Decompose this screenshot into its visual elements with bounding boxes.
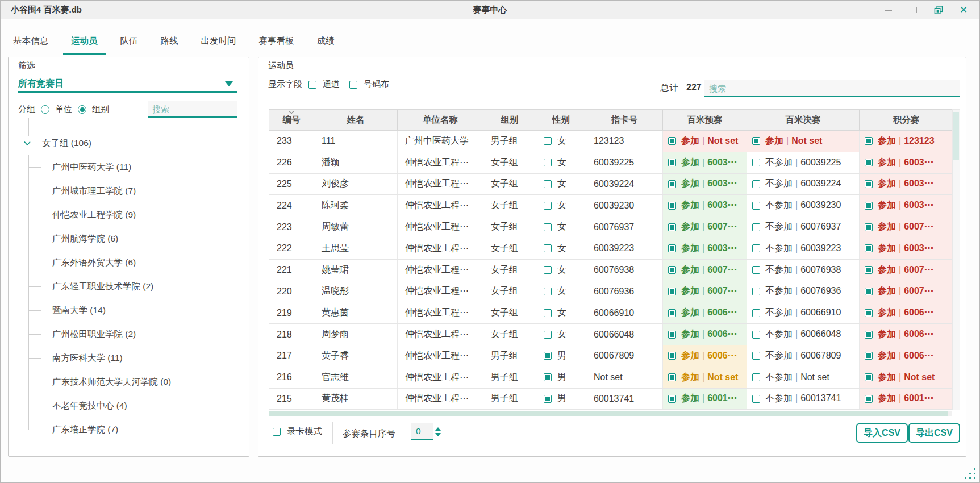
gender-checkbox[interactable] <box>544 288 552 295</box>
entry-serial-stepper[interactable]: 0 <box>411 423 443 440</box>
cell-points-race[interactable]: 参加|6003⋯ <box>860 195 953 216</box>
participate-checkbox[interactable] <box>668 159 676 166</box>
tab-athletes[interactable]: 运动员 <box>63 30 106 55</box>
participate-checkbox[interactable] <box>752 202 760 210</box>
participate-checkbox[interactable] <box>865 180 873 188</box>
resize-grip[interactable] <box>965 468 975 479</box>
column-header-7[interactable]: 百米决赛 <box>747 110 860 130</box>
cell-100m-final[interactable]: 不参加|60039224 <box>747 174 860 195</box>
gender-checkbox[interactable] <box>544 202 552 210</box>
tree-item-unit[interactable]: 广州城市理工学院 (7) <box>28 184 136 198</box>
participate-checkbox[interactable] <box>865 244 873 252</box>
cell-100m-prelim[interactable]: 参加|6006⋯ <box>663 324 747 345</box>
tree-item-unit[interactable]: 暨南大学 (14) <box>28 303 106 317</box>
cell-points-race[interactable]: 参加|6006⋯ <box>860 345 953 367</box>
participate-checkbox[interactable] <box>752 266 760 274</box>
cell-100m-prelim[interactable]: 参加|6007⋯ <box>663 260 747 281</box>
participate-checkbox[interactable] <box>668 352 676 360</box>
tree-item-unit[interactable]: 广东外语外贸大学 (6) <box>28 256 136 269</box>
tree-item-unit[interactable]: 仲恺农业工程学院 (9) <box>28 208 136 222</box>
column-header-8[interactable]: 积分赛 <box>860 110 953 130</box>
tab-start-time[interactable]: 出发时间 <box>193 30 244 55</box>
participate-checkbox[interactable] <box>668 244 676 252</box>
minimize-button[interactable] <box>884 6 893 15</box>
cell-100m-final[interactable]: 不参加|60076937 <box>747 216 860 238</box>
cell-points-race[interactable]: 参加|6006⋯ <box>860 324 953 345</box>
gender-checkbox[interactable] <box>544 352 552 360</box>
column-header-2[interactable]: 单位名称 <box>398 110 483 130</box>
participate-checkbox[interactable] <box>752 244 760 252</box>
radio-group[interactable] <box>78 105 86 114</box>
horizontal-scrollbar-thumb[interactable] <box>269 411 948 416</box>
cell-100m-prelim[interactable]: 参加|6003⋯ <box>663 238 747 259</box>
tree-item-unit[interactable]: 南方医科大学 (11) <box>28 351 123 365</box>
tab-teams[interactable]: 队伍 <box>112 30 146 55</box>
participate-checkbox[interactable] <box>752 223 760 231</box>
gender-checkbox[interactable] <box>544 244 552 252</box>
cell-100m-prelim[interactable]: 参加|6007⋯ <box>663 216 747 238</box>
tab-basic-info[interactable]: 基本信息 <box>5 30 56 55</box>
athlete-search-input[interactable] <box>704 80 960 97</box>
participate-checkbox[interactable] <box>752 373 760 381</box>
channel-checkbox[interactable] <box>308 81 316 89</box>
gender-checkbox[interactable] <box>544 395 552 403</box>
tab-results[interactable]: 成绩 <box>309 30 343 55</box>
close-button[interactable]: ✕ <box>959 6 968 15</box>
competition-day-dropdown[interactable]: 所有竞赛日 <box>18 76 237 93</box>
participate-checkbox[interactable] <box>752 137 760 145</box>
cell-100m-prelim[interactable]: 参加|6006⋯ <box>663 302 747 323</box>
participate-checkbox[interactable] <box>668 266 676 274</box>
gender-checkbox[interactable] <box>544 266 552 274</box>
athlete-row[interactable]: 233111广州中医药大学男子组女123123参加|Not set参加|Not … <box>269 131 952 152</box>
cell-100m-final[interactable]: 不参加|60066910 <box>747 302 860 323</box>
participate-checkbox[interactable] <box>865 373 873 381</box>
participate-checkbox[interactable] <box>865 288 873 295</box>
cell-100m-prelim[interactable]: 参加|6001⋯ <box>663 389 747 410</box>
cell-100m-prelim[interactable]: 参加|6003⋯ <box>663 152 747 173</box>
cell-100m-prelim[interactable]: 参加|6003⋯ <box>663 174 747 195</box>
participate-checkbox[interactable] <box>865 137 873 145</box>
tree-item-unit[interactable]: 广州松田职业学院 (2) <box>28 327 136 341</box>
gender-checkbox[interactable] <box>544 137 552 145</box>
radio-unit[interactable] <box>41 105 49 114</box>
column-header-1[interactable]: 姓名 <box>314 110 398 130</box>
participate-checkbox[interactable] <box>865 202 873 210</box>
participate-checkbox[interactable] <box>668 373 676 381</box>
participate-checkbox[interactable] <box>865 309 873 317</box>
athlete-row[interactable]: 216官志维仲恺农业工程⋯男子组男Not set参加|Not set不参加|No… <box>269 367 952 389</box>
gender-checkbox[interactable] <box>544 180 552 188</box>
column-header-0[interactable]: 编号 <box>269 110 314 130</box>
stepper-up-icon[interactable] <box>435 427 441 431</box>
tree-search-input[interactable] <box>148 101 237 118</box>
participate-checkbox[interactable] <box>668 331 676 339</box>
participate-checkbox[interactable] <box>865 266 873 274</box>
tree-item-unit[interactable]: 广东培正学院 (7) <box>28 423 118 436</box>
cell-100m-prelim[interactable]: 参加|6003⋯ <box>663 195 747 216</box>
participate-checkbox[interactable] <box>865 395 873 403</box>
cell-points-race[interactable]: 参加|6007⋯ <box>860 260 953 281</box>
cell-points-race[interactable]: 参加|Not set <box>860 367 953 388</box>
vertical-scrollbar-thumb[interactable] <box>953 112 959 160</box>
athlete-row[interactable]: 218周梦雨仲恺农业工程⋯女子组女60066048参加|6006⋯不参加|600… <box>269 324 952 345</box>
import-csv-button[interactable]: 导入CSV <box>856 423 908 443</box>
participate-checkbox[interactable] <box>752 352 760 360</box>
cell-100m-prelim[interactable]: 参加|Not set <box>663 367 747 388</box>
tab-event-board[interactable]: 赛事看板 <box>251 30 302 55</box>
record-mode-checkbox[interactable] <box>273 428 281 436</box>
participate-checkbox[interactable] <box>752 331 760 339</box>
tree-item-unit[interactable]: 广州航海学院 (6) <box>28 232 118 245</box>
tree-item-unit[interactable]: 广东轻工职业技术学院 (2) <box>28 280 153 293</box>
participate-checkbox[interactable] <box>865 352 873 360</box>
participate-checkbox[interactable] <box>865 223 873 231</box>
tree-root-group[interactable]: 女子组 (106) <box>23 136 91 150</box>
bib-checkbox[interactable] <box>349 81 357 89</box>
maximize-button[interactable] <box>909 6 918 15</box>
cell-100m-final[interactable]: 不参加|60039230 <box>747 195 860 216</box>
athlete-row[interactable]: 223周敏蕾仲恺农业工程⋯女子组女60076937参加|6007⋯不参加|600… <box>269 216 952 238</box>
cell-100m-prelim[interactable]: 参加|6007⋯ <box>663 281 747 302</box>
athlete-row[interactable]: 215黄茂桂仲恺农业工程⋯男子组男60013741参加|6001⋯不参加|600… <box>269 389 952 410</box>
athlete-row[interactable]: 217黄子睿仲恺农业工程⋯男子组男60067809参加|6006⋯不参加|600… <box>269 345 952 367</box>
participate-checkbox[interactable] <box>865 331 873 339</box>
export-csv-button[interactable]: 导出CSV <box>908 423 960 443</box>
cell-100m-final[interactable]: 不参加|60076938 <box>747 260 860 281</box>
